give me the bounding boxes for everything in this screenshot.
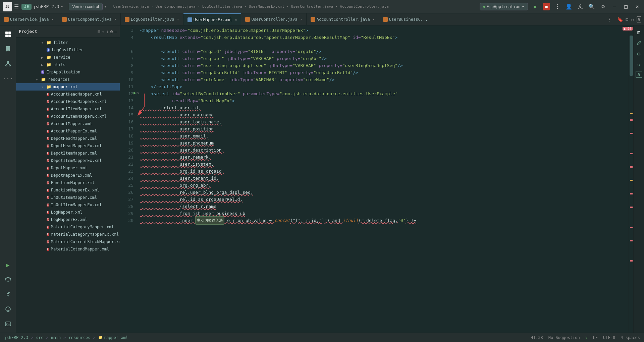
breadcrumb-jshERP[interactable]: jshERP-2.3 [4, 335, 28, 340]
tree-item-accountheadmapper[interactable]: X AccountHeadMapper.xml [16, 91, 120, 98]
tree-item-materialcurrentstockmapper[interactable]: X MaterialCurrentStockMapper.xm [16, 238, 120, 245]
indent-indicator[interactable]: 4 spaces [621, 335, 640, 340]
tree-item-accountmapper[interactable]: X AccountMapper.xml [16, 120, 120, 127]
xml-file-icon: X [47, 137, 49, 140]
tree-item-depotitemmapperex[interactable]: X DepotItemMapperEx.xml [16, 157, 120, 164]
close-button[interactable]: ✕ [633, 3, 641, 10]
tab-close-icon[interactable]: ✕ [114, 17, 116, 21]
app-name-button[interactable]: ● ErpApplication ▾ [480, 3, 528, 10]
sidebar-icon-commit[interactable] [2, 288, 14, 300]
minimize-button[interactable]: — [610, 3, 619, 10]
project-gear-icon[interactable]: ⚙ [110, 29, 113, 34]
right-icon-pen[interactable] [635, 39, 643, 47]
more-run-options[interactable]: ⋮ [553, 3, 561, 10]
sidebar-icon-bookmark[interactable] [2, 43, 14, 55]
right-icon-A[interactable]: A [636, 71, 642, 78]
sidebar-icon-more[interactable]: ··· [2, 72, 14, 84]
bookmark-icon[interactable]: 🔖 [617, 17, 623, 22]
tree-item-accountitemmapperex[interactable]: X AccountItemMapperEx.xml [16, 113, 120, 120]
tree-item-materialextendmapper[interactable]: X MaterialExtendMapper.xml [16, 245, 120, 253]
tree-item-erpapplication[interactable]: K ErpApplication [16, 68, 120, 76]
project-collapse-icon[interactable]: — [114, 29, 117, 34]
tabs-more-icon[interactable]: ⋮ [607, 17, 612, 22]
tree-item-accountheadmapperex[interactable]: X AccountHeadMapperEx.xml [16, 98, 120, 105]
encoding-indicator[interactable]: UTF-8 [603, 335, 615, 340]
tab-close-icon[interactable]: ✕ [373, 17, 375, 21]
sidebar-icon-todo[interactable] [2, 303, 14, 315]
sidebar-icon-structure[interactable] [2, 58, 14, 70]
project-layout-icon[interactable]: ⊞ [98, 29, 100, 34]
tree-item-mapper-xml[interactable]: ▾ 📁 mapper_xml [16, 83, 120, 91]
tab-accountcontroller[interactable]: AccountController.java ✕ [307, 13, 379, 25]
stop-button[interactable]: ■ [543, 3, 550, 10]
tree-item-filter[interactable]: ▾ 📁 filter [16, 39, 120, 46]
tree-item-functionmapperex[interactable]: X FunctionMapperEx.xml [16, 186, 120, 194]
run-gutter-icon[interactable]: ▶ [133, 90, 136, 95]
tab-close-icon[interactable]: ✕ [52, 17, 54, 21]
project-up-icon[interactable]: ↑ [102, 29, 104, 34]
tree-item-depotheadmapperex[interactable]: X DepotHeadMapperEx.xml [16, 142, 120, 150]
tree-item-accountitemmapper[interactable]: X AccountItemMapper.xml [16, 105, 120, 113]
run-button[interactable]: ▶ [531, 3, 539, 10]
svg-rect-1 [8, 32, 11, 34]
version-control-button[interactable]: Version control [69, 3, 103, 10]
tree-item-accountmapperex[interactable]: X AccountMapperEx.xml [16, 127, 120, 135]
right-icon-settings[interactable]: ⚙ [635, 50, 643, 58]
tree-item-materialcategorymapper[interactable]: X MaterialCategoryMapper.xml [16, 223, 120, 231]
code-line-18: user.email, [138, 132, 629, 139]
profile-icon[interactable]: 👤 [565, 3, 573, 10]
vc-dropdown-arrow[interactable]: ▾ [104, 4, 107, 9]
tree-item-logcostfilter[interactable]: J LogCostFilter [16, 46, 120, 54]
tree-item-service[interactable]: ▶ 📁 service [16, 54, 120, 61]
tree-item-depotheadmapper[interactable]: X DepotHeadMapper.xml [16, 135, 120, 142]
breadcrumb-mapper-xml[interactable]: mapper_xml [104, 335, 128, 340]
tab-userbusiness[interactable]: UserBusinessC... [379, 13, 432, 25]
layout-icon[interactable]: ⊡ [626, 17, 628, 22]
code-line-4: <resultMap extends="com.jsh.erp.datasour… [138, 34, 629, 41]
sidebar-icon-run[interactable]: ▶ [2, 259, 14, 271]
tree-item-materialcategorymapperex[interactable]: X MaterialCategoryMapperEx.xml [16, 231, 120, 238]
tab-logcostfilter[interactable]: LogCostFilter.java ✕ [121, 13, 183, 25]
right-icon-arrow[interactable]: ↔ [635, 60, 643, 68]
tab-userservice[interactable]: UserService.java ✕ [0, 13, 58, 25]
tree-item-utils[interactable]: ▶ 📁 utils [16, 61, 120, 68]
git-icon[interactable]: ⑂ [585, 335, 588, 340]
sidebar-icon-deploy[interactable] [2, 274, 14, 286]
tab-close-icon[interactable]: ✕ [177, 17, 179, 21]
tab-usercomponent[interactable]: UserComponent.java ✕ [58, 13, 121, 25]
project-down-icon[interactable]: ↓ [106, 29, 109, 34]
tree-item-functionmapper[interactable]: X FunctionMapper.xml [16, 179, 120, 186]
editor-scrollbar[interactable]: ▲ 26 [629, 25, 633, 333]
translate-icon[interactable]: 文 [576, 3, 584, 10]
hamburger-menu[interactable]: ☰ [14, 3, 19, 10]
tree-item-logmapperex[interactable]: X LogMapperEx.xml [16, 216, 120, 223]
tab-close-icon[interactable]: ✕ [300, 17, 302, 21]
tree-item-inoutitemmapper[interactable]: X InOutItemMapper.xml [16, 194, 120, 201]
sidebar-icon-terminal[interactable] [2, 318, 14, 330]
code-line-7: <result column="org_abr" jdbcType="VARCH… [138, 55, 629, 62]
breadcrumb-src[interactable]: src [36, 335, 43, 340]
letter-a-icon[interactable]: A [637, 16, 641, 22]
translate2-icon[interactable]: ⟷ [631, 17, 634, 22]
breadcrumb-main[interactable]: main [51, 335, 61, 340]
lf-indicator[interactable]: LF [593, 335, 598, 340]
breadcrumb-resources[interactable]: resources [69, 335, 91, 340]
tree-item-depotmapper[interactable]: X DepotMapper.xml [16, 164, 120, 172]
search-icon[interactable]: 🔍 [588, 3, 596, 10]
tab-close-icon[interactable]: ✕ [235, 18, 237, 21]
tree-item-resources[interactable]: ▾ 📁 resources [16, 76, 120, 83]
sidebar-icon-project[interactable] [2, 28, 14, 40]
tree-item-logmapper[interactable]: X LogMapper.xml [16, 209, 120, 216]
tree-item-depotitemmapper[interactable]: X DepotItemMapper.xml [16, 150, 120, 157]
maximize-button[interactable]: □ [622, 3, 630, 10]
tree-item-depotmapperex[interactable]: X DepotMapperEx.xml [16, 172, 120, 179]
settings-icon[interactable]: ⚙ [599, 3, 607, 10]
project-dropdown[interactable]: ▾ [61, 4, 63, 9]
right-icon-m[interactable]: m [635, 28, 643, 36]
debug-gutter-icon[interactable]: ▷ [137, 90, 140, 95]
tab-usermapperex[interactable]: UserMapperEx.xml ✕ [183, 13, 241, 25]
scroll-thumb[interactable] [630, 36, 633, 76]
tab-usercontroller[interactable]: UserController.java ✕ [241, 13, 306, 25]
tree-item-inoutitemmapperex[interactable]: X InOutItemMapperEx.xml [16, 201, 120, 209]
code-editor[interactable]: <mapper namespace="com.jsh.erp.datasourc… [138, 25, 629, 333]
